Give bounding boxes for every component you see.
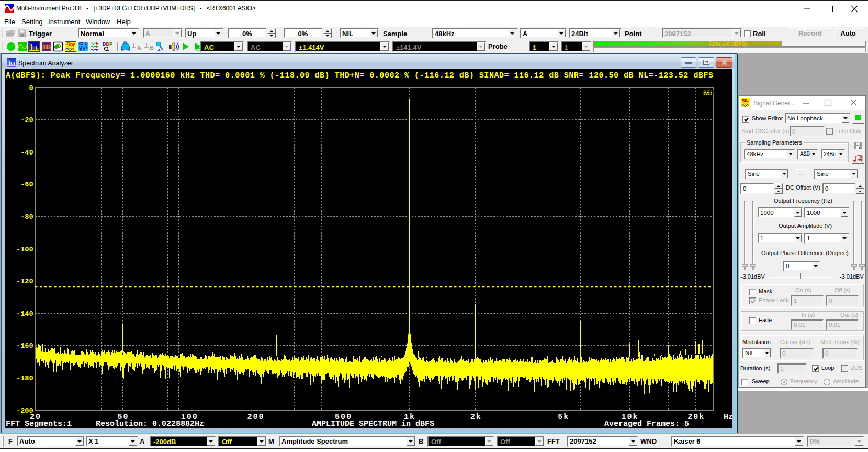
- svg-text:Averaged Frames: 5: Averaged Frames: 5: [604, 420, 689, 428]
- svg-text:DDP: DDP: [103, 41, 112, 47]
- svg-text:-180: -180: [16, 374, 33, 382]
- svg-text:Hz: Hz: [724, 413, 732, 422]
- svg-text:200: 200: [247, 413, 264, 422]
- svg-text:888: 888: [42, 44, 51, 51]
- svg-text:5k: 5k: [558, 413, 569, 422]
- svg-text:-160: -160: [16, 342, 33, 350]
- svg-text:-120: -120: [16, 278, 33, 285]
- svg-text:-40: -40: [20, 149, 33, 157]
- svg-text:-60: -60: [20, 181, 33, 189]
- svg-text:-80: -80: [20, 213, 33, 221]
- svg-text:20k: 20k: [687, 413, 705, 422]
- svg-text:DUT: DUT: [79, 45, 88, 50]
- svg-text:-20: -20: [20, 116, 33, 124]
- svg-text:A: A: [137, 45, 141, 51]
- svg-text:-100: -100: [16, 246, 33, 253]
- svg-text:FFT Segments:1: FFT Segments:1: [6, 420, 72, 428]
- svg-text:-140: -140: [16, 310, 33, 318]
- svg-text:2k: 2k: [470, 413, 482, 422]
- svg-text:B: B: [150, 45, 154, 51]
- svg-text:0: 0: [29, 84, 33, 92]
- svg-text:A(dBFS): Peak Frequency= 1.00: A(dBFS): Peak Frequency= 1.0000160 kHz T…: [6, 71, 713, 80]
- svg-text:Mi: Mi: [703, 88, 712, 97]
- svg-text:AMPLITUDE SPECTRUM in dBFS: AMPLITUDE SPECTRUM in dBFS: [312, 420, 434, 428]
- svg-text:Resolution: 0.0228882Hz: Resolution: 0.0228882Hz: [96, 420, 204, 428]
